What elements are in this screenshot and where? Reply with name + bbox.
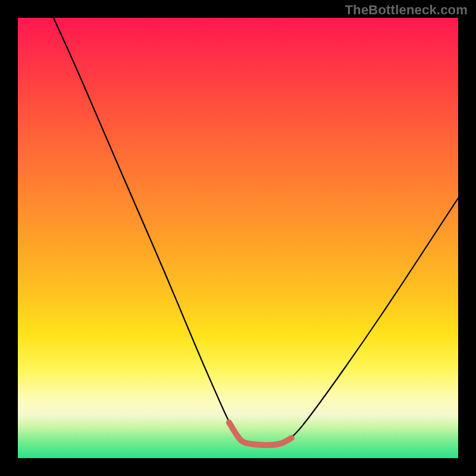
chart-frame: TheBottleneck.com: [0, 0, 476, 476]
bottleneck-curve: [54, 18, 458, 445]
minimum-highlight: [229, 422, 292, 445]
plot-area: [18, 18, 458, 458]
watermark-text: TheBottleneck.com: [345, 2, 468, 18]
curve-svg: [18, 18, 458, 458]
